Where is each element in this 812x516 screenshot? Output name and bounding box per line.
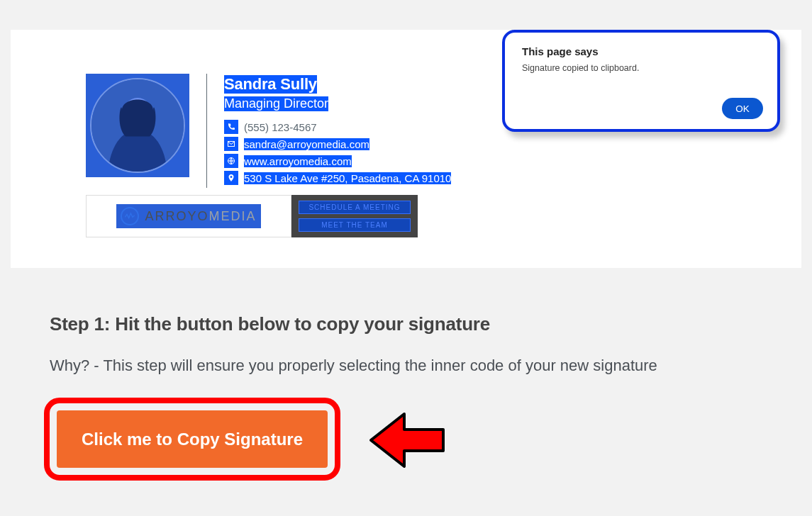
email-icon [224,137,238,151]
address-row: 530 S Lake Ave #250, Pasadena, CA 91010 [224,171,451,185]
logo-mark-icon [121,207,139,225]
alert-message: Signature copied to clipboard. [522,63,760,73]
step-heading: Step 1: Hit the button below to copy you… [50,313,759,335]
email-row: sandra@arroyomedia.com [224,137,451,151]
globe-icon [224,154,238,168]
copy-button-highlight-frame: Click me to Copy Signature [44,398,340,481]
logo-text: ARROYOMEDIA [145,209,256,224]
meet-team-button[interactable]: MEET THE TEAM [299,218,411,232]
phone-text: (555) 123-4567 [244,121,317,133]
phone-icon [224,120,238,134]
location-icon [224,171,238,185]
website-text: www.arroyomedia.com [244,155,352,167]
logo: ARROYOMEDIA [116,204,260,228]
email-text: sandra@arroyomedia.com [244,138,369,150]
signature-buttons: SCHEDULE A MEETING MEET THE TEAM [291,195,418,237]
instructions: Step 1: Hit the button below to copy you… [50,313,759,375]
signature-block: Sandra Sully Managing Director (555) 123… [86,74,483,237]
contact-info: Sandra Sully Managing Director (555) 123… [224,74,451,188]
copy-signature-button[interactable]: Click me to Copy Signature [57,410,328,468]
website-row: www.arroyomedia.com [224,154,451,168]
alert-title: This page says [522,45,760,57]
signature-name: Sandra Sully [224,75,317,94]
step-description: Why? - This step will ensure you properl… [50,357,759,375]
avatar [86,74,189,177]
address-text: 530 S Lake Ave #250, Pasadena, CA 91010 [244,172,451,184]
alert-dialog: This page says Signature copied to clipb… [502,30,780,132]
schedule-meeting-button[interactable]: SCHEDULE A MEETING [299,201,411,214]
vertical-divider [206,74,207,188]
arrow-icon [365,408,450,472]
alert-ok-button[interactable]: OK [722,98,763,119]
logo-cell: ARROYOMEDIA [86,195,291,237]
signature-title: Managing Director [224,96,328,111]
phone-row: (555) 123-4567 [224,120,451,134]
avatar-image [91,79,184,172]
